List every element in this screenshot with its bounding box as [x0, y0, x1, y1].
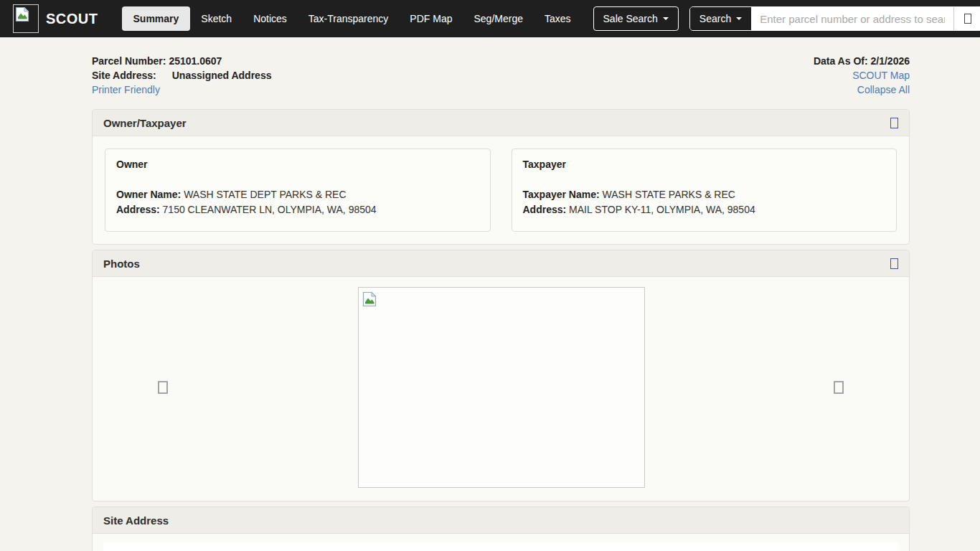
photos-panel-title: Photos	[103, 258, 140, 270]
taxpayer-name-value: WASH STATE PARKS & REC	[603, 189, 735, 200]
previous-photo-icon[interactable]	[158, 381, 168, 394]
owner-address-line: Address: 7150 CLEANWATER LN, OLYMPIA, WA…	[116, 202, 479, 217]
broken-image-icon	[362, 291, 377, 307]
parcel-number-label: Parcel Number:	[92, 55, 166, 67]
owner-address-label: Address:	[116, 204, 160, 215]
site-address-table: Parcel Type Site Address City Land Size …	[103, 542, 898, 551]
data-as-of-line: Data As Of: 2/1/2026	[814, 54, 910, 68]
broken-image-icon	[15, 6, 29, 22]
site-address-panel-body: Parcel Type Site Address City Land Size …	[93, 534, 909, 551]
next-photo-icon[interactable]	[834, 381, 844, 394]
photos-panel: Photos	[92, 250, 910, 501]
parcel-info-left: Parcel Number: 25101.0607 Site Address:U…	[92, 54, 271, 97]
collapse-toggle-icon[interactable]	[890, 118, 898, 128]
taxpayer-name-line: Taxpayer Name: WASH STATE PARKS & REC	[523, 187, 886, 202]
search-icon	[964, 14, 971, 24]
search-type-label: Search	[699, 13, 731, 24]
parcel-info-right: Data As Of: 2/1/2026 SCOUT Map Collapse …	[814, 54, 910, 97]
site-address-table-header-row: Parcel Type Site Address City Land Size …	[103, 542, 898, 551]
parcel-number-line: Parcel Number: 25101.0607	[92, 54, 271, 68]
owner-box-title: Owner	[116, 159, 479, 170]
app-logo[interactable]	[13, 4, 39, 33]
parcel-info-header: Parcel Number: 25101.0607 Site Address:U…	[92, 54, 910, 97]
column-header-parcel-type: Parcel Type	[103, 542, 175, 551]
parcel-photo-broken-image	[358, 287, 645, 488]
caret-down-icon	[736, 17, 742, 20]
taxpayer-box: Taxpayer Taxpayer Name: WASH STATE PARKS…	[512, 149, 897, 232]
column-header-tax-code-area: Tax Code Area	[717, 542, 818, 551]
owner-box: Owner Owner Name: WASH STATE DEPT PARKS …	[105, 149, 491, 232]
data-as-of-value: 2/1/2026	[871, 55, 910, 67]
collapse-all-link[interactable]: Collapse All	[857, 84, 910, 95]
page-content: Parcel Number: 25101.0607 Site Address:U…	[0, 37, 980, 551]
scout-map-line: SCOUT Map	[814, 68, 910, 83]
navbar: SCOUT Summary Sketch Notices Tax-Transpa…	[0, 0, 980, 37]
column-header-site-address: Site Address	[175, 542, 304, 551]
site-address-panel-header: Site Address	[93, 507, 909, 534]
owner-taxpayer-panel-title: Owner/Taxpayer	[103, 117, 187, 129]
printer-friendly-link[interactable]: Printer Friendly	[92, 84, 160, 95]
collapse-toggle-icon[interactable]	[890, 258, 898, 269]
data-as-of-label: Data As Of:	[814, 55, 868, 67]
column-header-city: City	[304, 542, 376, 551]
search-type-dropdown-button[interactable]: Search	[690, 7, 751, 30]
scout-map-link[interactable]: SCOUT Map	[852, 70, 910, 81]
column-header-status: Status	[819, 542, 898, 551]
nav-tab-notices[interactable]: Notices	[242, 6, 298, 31]
owner-taxpayer-panel: Owner/Taxpayer Owner Owner Name: WASH ST…	[92, 109, 910, 245]
taxpayer-address-label: Address:	[523, 204, 567, 215]
column-header-description: Description	[538, 542, 653, 551]
site-address-panel-title: Site Address	[103, 514, 169, 527]
nav-tab-summary[interactable]: Summary	[122, 6, 191, 31]
search-submit-button[interactable]	[953, 7, 980, 30]
owner-name-value: WASH STATE DEPT PARKS & REC	[184, 189, 346, 200]
photos-panel-header: Photos	[93, 250, 909, 277]
nav-tab-taxes[interactable]: Taxes	[534, 6, 582, 31]
photos-panel-body	[93, 277, 909, 501]
taxpayer-name-label: Taxpayer Name:	[523, 189, 600, 200]
collapse-all-line: Collapse All	[814, 83, 910, 97]
sale-search-label: Sale Search	[603, 13, 658, 24]
column-header-size-desc: Size Desc	[456, 542, 538, 551]
taxpayer-address-line: Address: MAIL STOP KY-11, OLYMPIA, WA, 9…	[523, 202, 886, 217]
site-address-line: Site Address:Unassigned Address	[92, 68, 271, 83]
owner-taxpayer-panel-body: Owner Owner Name: WASH STATE DEPT PARKS …	[93, 136, 909, 244]
nav-tab-tax-transparency[interactable]: Tax-Transparency	[298, 6, 400, 31]
site-address-panel: Site Address Parcel Type Site Address Ci…	[92, 507, 910, 551]
parcel-search-input[interactable]	[751, 7, 953, 30]
column-header-tax-year: Tax Year	[653, 542, 717, 551]
parcel-number-value: 25101.0607	[169, 55, 222, 67]
owner-taxpayer-panel-header: Owner/Taxpayer	[93, 110, 909, 136]
search-group: Search	[689, 6, 980, 31]
caret-down-icon	[663, 17, 669, 20]
brand-title[interactable]: SCOUT	[46, 11, 98, 27]
nav-tab-pdf-map[interactable]: PDF Map	[399, 6, 463, 31]
printer-friendly-line: Printer Friendly	[92, 83, 271, 97]
site-address-label: Site Address:	[92, 70, 156, 81]
taxpayer-box-title: Taxpayer	[523, 159, 886, 170]
taxpayer-address-value: MAIL STOP KY-11, OLYMPIA, WA, 98504	[569, 204, 755, 215]
owner-name-line: Owner Name: WASH STATE DEPT PARKS & REC	[116, 187, 479, 202]
site-address-value: Unassigned Address	[172, 70, 272, 81]
sale-search-dropdown-button[interactable]: Sale Search	[593, 6, 679, 31]
column-header-land-size: Land Size	[377, 542, 456, 551]
owner-name-label: Owner Name:	[116, 189, 181, 200]
main-nav: Summary Sketch Notices Tax-Transparency …	[122, 0, 582, 37]
nav-tab-seg-merge[interactable]: Seg/Merge	[463, 6, 533, 31]
nav-tab-sketch[interactable]: Sketch	[190, 6, 242, 31]
owner-address-value: 7150 CLEANWATER LN, OLYMPIA, WA, 98504	[163, 204, 377, 215]
